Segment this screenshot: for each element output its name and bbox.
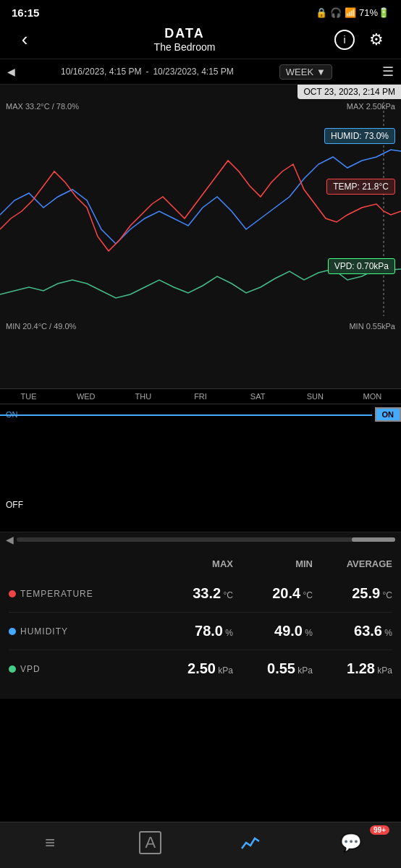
nav-rooms[interactable]: A <box>101 822 201 862</box>
vpd-min: 0.55 kPa <box>233 660 313 677</box>
day-wed: WED <box>57 392 114 401</box>
bluetooth-icon: 🎧 <box>330 7 342 18</box>
scroll-thumb[interactable] <box>352 537 395 542</box>
message-badge: 99+ <box>370 825 389 835</box>
back-icon: ‹ <box>22 28 28 51</box>
end-date: 10/23/2023, 4:15 PM <box>153 67 233 77</box>
header-title: DATA The Bedroom <box>38 26 332 53</box>
humidity-label: HUMIDITY <box>20 626 68 637</box>
chart-max-left: MAX 33.2°C / 78.0% <box>6 102 79 111</box>
vpd-avg: 1.28 kPa <box>313 660 392 677</box>
header: ‹ DATA The Bedroom i ⚙ <box>0 23 401 59</box>
vpd-dot <box>9 665 16 673</box>
off-label: OFF <box>6 500 23 510</box>
message-icon: 💬 <box>340 833 362 853</box>
start-date: 10/16/2023, 4:15 PM <box>61 67 141 77</box>
date-range: 10/16/2023, 4:15 PM - 10/23/2023, 4:15 P… <box>61 67 234 77</box>
vpd-label: VPD <box>20 664 41 674</box>
stats-row-vpd: VPD 2.50 kPa 0.55 kPa 1.28 kPa <box>9 650 392 687</box>
stats-section: MAX MIN AVERAGE TEMPERATURE 33.2 °C 20.4… <box>0 547 401 699</box>
vpd-max: 2.50 kPa <box>153 660 233 677</box>
chart-area[interactable]: OCT 23, 2023, 2:14 PM MAX 33.2°C / 78.0%… <box>0 85 401 388</box>
temperature-min: 20.4 °C <box>233 585 313 602</box>
scroll-bar[interactable]: ◀ <box>0 532 401 547</box>
nav-data[interactable] <box>200 822 301 862</box>
vpd-values: 2.50 kPa 0.55 kPa 1.28 kPa <box>153 660 392 677</box>
stats-row-humidity: HUMIDITY 78.0 % 49.0 % 63.6 % <box>9 613 392 650</box>
battery-label: 71%🔋 <box>359 7 389 18</box>
room-icon: A <box>139 831 161 854</box>
settings-button[interactable]: ⚙ <box>363 27 389 53</box>
gear-icon: ⚙ <box>369 30 384 49</box>
day-labels: TUE WED THU FRI SAT SUN MON <box>0 388 401 404</box>
period-selector[interactable]: WEEK ▼ <box>279 64 332 80</box>
scroll-track[interactable] <box>17 537 395 542</box>
info-button[interactable]: i <box>332 27 358 53</box>
period-label: WEEK <box>286 67 313 77</box>
header-average: AVERAGE <box>313 558 392 569</box>
humidity-min: 49.0 % <box>233 623 313 639</box>
bottom-nav: ≡ A 💬 99+ <box>0 822 401 868</box>
temperature-dot <box>9 590 16 597</box>
chart-min-left: MIN 20.4°C / 49.0% <box>6 322 76 331</box>
stats-row-temperature: TEMPERATURE 33.2 °C 20.4 °C 25.9 °C <box>9 575 392 613</box>
signal-icon: 📶 <box>345 7 356 18</box>
page-title: DATA <box>38 26 332 41</box>
on-bar: ON ON <box>0 404 401 424</box>
humidity-values: 78.0 % 49.0 % 63.6 % <box>153 623 392 639</box>
vpd-tooltip: VPD: 0.70kPa <box>328 258 395 274</box>
temp-tooltip: TEMP: 21.8°C <box>326 179 395 195</box>
day-fri: FRI <box>172 392 229 401</box>
chart-max-right: MAX 2.50kPa <box>347 102 395 111</box>
chart-min-right: MIN 0.55kPa <box>349 322 395 331</box>
day-sun: SUN <box>287 392 344 401</box>
info-icon: i <box>334 30 355 50</box>
chevron-down-icon: ▼ <box>316 67 326 77</box>
nav-messages[interactable]: 💬 99+ <box>301 822 402 862</box>
date-separator: - <box>145 67 148 77</box>
header-max: MAX <box>153 558 233 569</box>
humidity-label-area: HUMIDITY <box>9 626 153 637</box>
day-sat: SAT <box>229 392 287 401</box>
temperature-label-area: TEMPERATURE <box>9 589 153 599</box>
humidity-dot <box>9 628 16 635</box>
nav-settings[interactable]: ≡ <box>0 822 101 862</box>
day-thu: THU <box>114 392 172 401</box>
date-range-bar: ◀ 10/16/2023, 4:15 PM - 10/23/2023, 4:15… <box>0 59 401 85</box>
chart-tooltip-date: OCT 23, 2023, 2:14 PM <box>297 85 401 99</box>
date-prev-arrow[interactable]: ◀ <box>7 66 15 77</box>
on-line <box>0 414 372 416</box>
schedule-area: OFF <box>0 424 401 532</box>
back-button[interactable]: ‹ <box>12 27 38 53</box>
temperature-values: 33.2 °C 20.4 °C 25.9 °C <box>153 585 392 602</box>
temperature-label: TEMPERATURE <box>20 589 93 599</box>
day-mon: MON <box>344 392 401 401</box>
day-tue: TUE <box>0 392 57 401</box>
chart-icon <box>240 834 261 851</box>
header-min: MIN <box>233 558 313 569</box>
on-badge: ON <box>375 407 402 422</box>
sort-icon[interactable]: ☰ <box>382 64 394 80</box>
humidity-tooltip: HUMID: 73.0% <box>324 128 395 144</box>
status-time: 16:15 <box>12 7 39 19</box>
humidity-max: 78.0 % <box>153 623 233 639</box>
temperature-avg: 25.9 °C <box>313 585 392 602</box>
status-icons: 🔒 🎧 📶 71%🔋 <box>316 7 389 18</box>
vpd-label-area: VPD <box>9 664 153 674</box>
status-bar: 16:15 🔒 🎧 📶 71%🔋 <box>0 0 401 23</box>
scroll-left-arrow[interactable]: ◀ <box>6 534 14 545</box>
humidity-avg: 63.6 % <box>313 623 392 639</box>
stats-header: MAX MIN AVERAGE <box>9 558 392 569</box>
sliders-icon: ≡ <box>45 833 55 853</box>
lock-icon: 🔒 <box>316 7 327 18</box>
room-subtitle: The Bedroom <box>38 41 332 53</box>
temperature-max: 33.2 °C <box>153 585 233 602</box>
